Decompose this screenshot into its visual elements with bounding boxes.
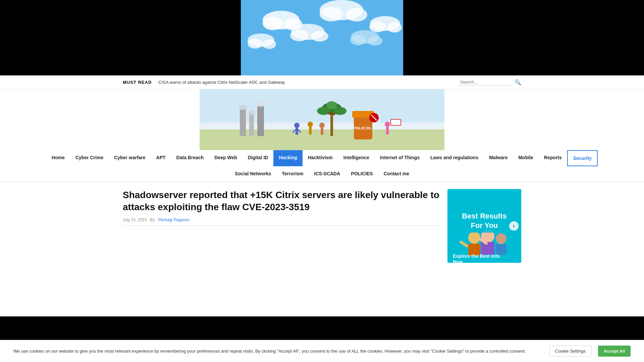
svg-text:For You: For You xyxy=(471,221,498,230)
nav-policies[interactable]: POLICIES xyxy=(345,166,378,181)
nav-ics-scada[interactable]: ICS-SCADA xyxy=(309,166,346,181)
nav-mobile[interactable]: Mobile xyxy=(513,150,538,166)
svg-point-52 xyxy=(468,232,480,244)
nav-terrorism[interactable]: Terrorism xyxy=(276,166,309,181)
svg-point-11 xyxy=(248,39,262,49)
must-read-label: MUST READ xyxy=(123,80,152,85)
svg-point-15 xyxy=(311,31,328,42)
svg-point-8 xyxy=(369,21,386,32)
svg-rect-49 xyxy=(386,127,389,134)
svg-rect-45 xyxy=(309,127,312,134)
svg-text:PALM OIL: PALM OIL xyxy=(354,126,372,130)
nav-row-2: Social Networks Terrorism ICS-SCADA POLI… xyxy=(0,166,644,182)
svg-point-9 xyxy=(387,22,402,33)
svg-rect-47 xyxy=(321,128,323,135)
search-area: 🔍 xyxy=(458,79,521,85)
cookie-accept-button[interactable]: Accept All xyxy=(598,346,631,357)
article-section: Shadowserver reported that +15K Citrix s… xyxy=(123,189,441,310)
nav-malware[interactable]: Malware xyxy=(484,150,513,166)
svg-rect-24 xyxy=(257,106,264,136)
article-divider xyxy=(123,226,441,226)
cookie-settings-button[interactable]: Cookie Settings xyxy=(549,346,591,357)
svg-point-32 xyxy=(326,101,337,109)
hero-section: PALM OIL xyxy=(0,89,644,150)
cookie-text: We use cookies on our website to give yo… xyxy=(13,348,543,355)
nav-hacking[interactable]: Hacking xyxy=(273,150,302,166)
nav-deep-web[interactable]: Deep Web xyxy=(209,150,242,166)
svg-rect-20 xyxy=(200,89,444,123)
svg-text:Best Results: Best Results xyxy=(462,212,506,220)
ad-box[interactable]: ✕ Best Results For You Expl xyxy=(447,189,521,263)
nav-security[interactable]: Security xyxy=(567,150,598,166)
nav-data-breach[interactable]: Data Breach xyxy=(171,150,209,166)
svg-point-26 xyxy=(248,110,255,115)
svg-rect-41 xyxy=(296,128,298,135)
nav-contact-me[interactable]: Contact me xyxy=(378,166,415,181)
svg-point-40 xyxy=(294,123,300,128)
article-date: July 23, 2023 xyxy=(123,218,147,222)
svg-point-12 xyxy=(263,40,276,49)
article-by: By xyxy=(150,218,155,222)
svg-point-33 xyxy=(328,112,332,115)
main-content: Shadowserver reported that +15K Citrix s… xyxy=(0,182,644,316)
search-button[interactable]: 🔍 xyxy=(515,79,521,85)
nav-home[interactable]: Home xyxy=(46,150,70,166)
svg-rect-22 xyxy=(240,109,246,136)
nav-social-networks[interactable]: Social Networks xyxy=(229,166,276,181)
svg-point-27 xyxy=(256,101,265,107)
svg-point-18 xyxy=(368,36,382,46)
svg-text:Now: Now xyxy=(453,259,463,263)
svg-rect-55 xyxy=(481,242,494,255)
cookie-banner: We use cookies on our website to give yo… xyxy=(0,340,644,362)
nav-laws[interactable]: Laws and regulations xyxy=(425,150,484,166)
svg-point-6 xyxy=(346,8,367,21)
article-title: Shadowserver reported that +15K Citrix s… xyxy=(123,189,441,214)
banner-image xyxy=(241,0,403,75)
nav-digital-id[interactable]: Digital ID xyxy=(243,150,274,166)
must-read-text: CISA warns of attacks against Citrix Net… xyxy=(158,80,451,85)
nav-apt[interactable]: APT xyxy=(151,150,171,166)
svg-point-17 xyxy=(350,35,366,45)
nav-row-1: Home Cyber Crime Cyber warfare APT Data … xyxy=(0,150,644,166)
hero-image: PALM OIL xyxy=(200,89,444,150)
svg-rect-50 xyxy=(391,119,401,125)
nav-intelligence[interactable]: Intelligence xyxy=(338,150,375,166)
svg-rect-23 xyxy=(249,114,254,136)
nav-hacktivism[interactable]: Hacktivism xyxy=(303,150,338,166)
top-banner xyxy=(0,0,644,75)
nav-cyber-crime[interactable]: Cyber Crime xyxy=(70,150,109,166)
search-input[interactable] xyxy=(458,79,512,85)
svg-point-56 xyxy=(496,233,506,244)
ad-next-arrow[interactable]: › xyxy=(509,221,519,231)
svg-point-14 xyxy=(290,30,309,41)
nav-reports[interactable]: Reports xyxy=(539,150,567,166)
nav-iot[interactable]: Internet of Things xyxy=(375,150,425,166)
must-read-bar: MUST READ CISA warns of attacks against … xyxy=(0,75,644,89)
svg-point-25 xyxy=(239,105,247,110)
ad-sidebar: ✕ Best Results For You Expl xyxy=(447,189,521,310)
svg-point-46 xyxy=(319,123,325,128)
svg-point-2 xyxy=(263,17,283,30)
article-meta: July 23, 2023 By Pierluigi Paganini xyxy=(123,218,441,222)
nav-cyber-warfare[interactable]: Cyber warfare xyxy=(109,150,151,166)
svg-point-48 xyxy=(385,122,390,127)
svg-point-44 xyxy=(308,122,313,127)
svg-point-34 xyxy=(332,113,335,115)
svg-text:Explore the Best Info: Explore the Best Info xyxy=(453,253,500,259)
article-author[interactable]: Pierluigi Paganini xyxy=(158,218,189,222)
svg-point-5 xyxy=(320,7,343,21)
